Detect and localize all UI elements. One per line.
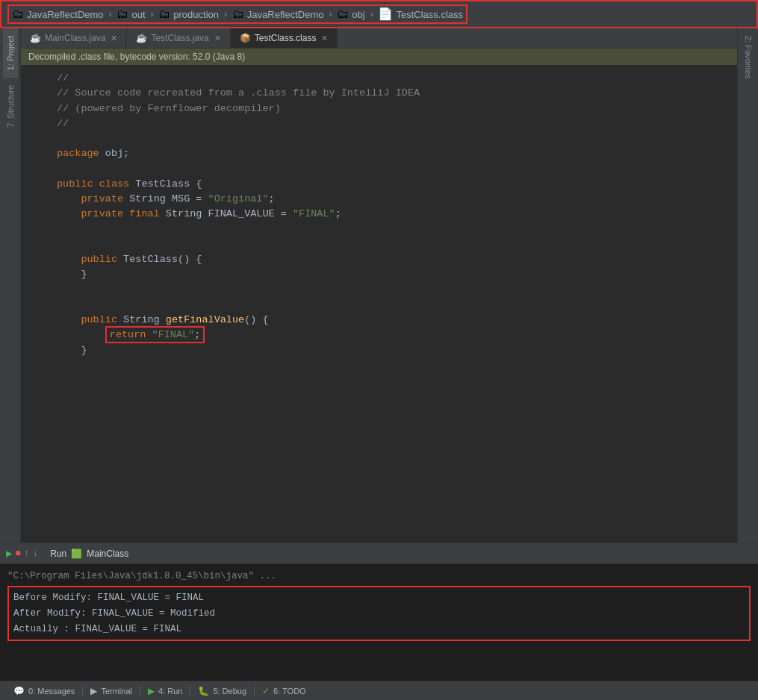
- terminal-icon: ▶: [90, 686, 97, 696]
- code-line-blank6: [21, 298, 737, 313]
- run-output-box: Before Modify: FINAL_VALUE = FINAL After…: [7, 586, 751, 641]
- tab-testclass-class[interactable]: 📦 TestClass.class ✕: [231, 28, 338, 48]
- code-line-class: public class TestClass {: [21, 177, 737, 192]
- breadcrumb-item-4[interactable]: JavaReflectDemo: [247, 9, 324, 20]
- breadcrumb-item-5[interactable]: obj: [352, 9, 364, 20]
- tabs-bar: ☕ MainClass.java ✕ ☕ TestClass.java ✕ 📦 …: [21, 28, 737, 49]
- java-icon-main: ☕: [30, 33, 41, 43]
- folder-icon-1: 🗂: [12, 7, 24, 22]
- folder-icon-2: 🗂: [117, 7, 128, 22]
- run-output-line-3: Actually : FINAL_VALUE = FINAL: [13, 622, 745, 637]
- run-output-line-2: After Modify: FINAL_VALUE = Modified: [13, 606, 745, 621]
- run-play-button[interactable]: ▶: [6, 547, 12, 560]
- code-line-final: private final String FINAL_VALUE = "FINA…: [21, 207, 737, 222]
- breadcrumb-highlight: 🗂 JavaReflectDemo › 🗂 out › 🗂 production…: [7, 4, 467, 24]
- run-output-line-1: Before Modify: FINAL_VALUE = FINAL: [13, 590, 745, 605]
- code-line-blank3: [21, 222, 737, 237]
- breadcrumb-item-3[interactable]: production: [173, 9, 219, 20]
- tab-testclass-java[interactable]: ☕ TestClass.java ✕: [127, 28, 230, 48]
- code-line-2: // Source code recreated from a .class f…: [21, 86, 737, 101]
- code-line-blank1: [21, 131, 737, 146]
- debug-icon: 🐛: [198, 686, 209, 696]
- run-stop-button[interactable]: ■: [15, 549, 20, 559]
- code-line-blank5: [21, 283, 737, 298]
- code-line-return: return "FINAL";: [21, 328, 737, 343]
- run-output[interactable]: "C:\Program Files\Java\jdk1.8.0_45\bin\j…: [0, 564, 758, 681]
- status-terminal[interactable]: ▶ Terminal: [83, 686, 140, 696]
- tab-close-testclass-java[interactable]: ✕: [214, 34, 221, 43]
- bottom-panel: ▶ ■ ↑ ↓ Run 🟩 MainClass "C:\Program File…: [0, 543, 758, 681]
- sidebar-tab-project[interactable]: 1: Project: [3, 28, 18, 78]
- breadcrumb-item-6[interactable]: TestClass.class: [396, 9, 463, 20]
- sidebar-tab-structure[interactable]: 7: Structure: [3, 78, 18, 135]
- file-icon-6: 📄: [378, 7, 393, 22]
- status-todo[interactable]: ✓ 6: TODO: [255, 686, 314, 696]
- breadcrumb-item-1[interactable]: JavaReflectDemo: [27, 9, 104, 20]
- todo-icon: ✓: [262, 686, 270, 696]
- run-cmd-line: "C:\Program Files\Java\jdk1.8.0_45\bin\j…: [7, 569, 751, 584]
- folder-icon-3: 🗂: [158, 7, 170, 22]
- code-line-blank4: [21, 237, 737, 252]
- breadcrumb-item-2[interactable]: out: [131, 9, 145, 20]
- code-editor[interactable]: // // Source code recreated from a .clas…: [21, 65, 737, 543]
- code-line-3: // (powered by Fernflower decompiler): [21, 101, 737, 116]
- code-line-method-close: }: [21, 343, 737, 358]
- run-tab-bar: ▶ ■ ↑ ↓ Run 🟩 MainClass: [0, 543, 758, 564]
- status-debug[interactable]: 🐛 5: Debug: [190, 686, 255, 696]
- run-down-button[interactable]: ↓: [32, 548, 38, 559]
- code-line-4: //: [21, 116, 737, 131]
- code-line-1: //: [21, 71, 737, 86]
- code-line-constructor-close: }: [21, 267, 737, 282]
- tab-close-testclass-class[interactable]: ✕: [321, 34, 328, 43]
- code-line-package: package obj;: [21, 146, 737, 161]
- message-icon: 💬: [13, 686, 25, 696]
- code-line-constructor: public TestClass() {: [21, 252, 737, 267]
- right-tab-favorites[interactable]: 2: Favorites: [741, 28, 756, 86]
- code-line-blank2: [21, 162, 737, 177]
- right-sidebar: 2: Favorites: [737, 28, 758, 543]
- breadcrumb-bar: 🗂 JavaReflectDemo › 🗂 out › 🗂 production…: [0, 0, 758, 28]
- status-run[interactable]: ▶ 4: Run: [140, 686, 190, 696]
- code-line-method: public String getFinalValue() {: [21, 313, 737, 328]
- java-icon-test: ☕: [136, 33, 147, 43]
- run-up-button[interactable]: ↑: [24, 548, 30, 559]
- decompile-notice: Decompiled .class file, bytecode version…: [21, 49, 737, 65]
- class-icon: 📦: [240, 33, 251, 43]
- code-line-msg: private String MSG = "Original";: [21, 192, 737, 207]
- folder-icon-5: 🗂: [337, 7, 349, 22]
- status-bar: 💬 0: Messages ▶ Terminal ▶ 4: Run 🐛 5: D…: [0, 681, 758, 700]
- left-sidebar: 1: Project 7: Structure: [0, 28, 21, 543]
- tab-mainclass-java[interactable]: ☕ MainClass.java ✕: [21, 28, 127, 48]
- run-tab-label[interactable]: Run 🟩 MainClass: [50, 549, 128, 559]
- status-messages[interactable]: 💬 0: Messages: [6, 686, 83, 696]
- run-icon: ▶: [148, 686, 155, 696]
- folder-icon-4: 🗂: [232, 7, 244, 22]
- tab-close-mainclass[interactable]: ✕: [111, 34, 117, 43]
